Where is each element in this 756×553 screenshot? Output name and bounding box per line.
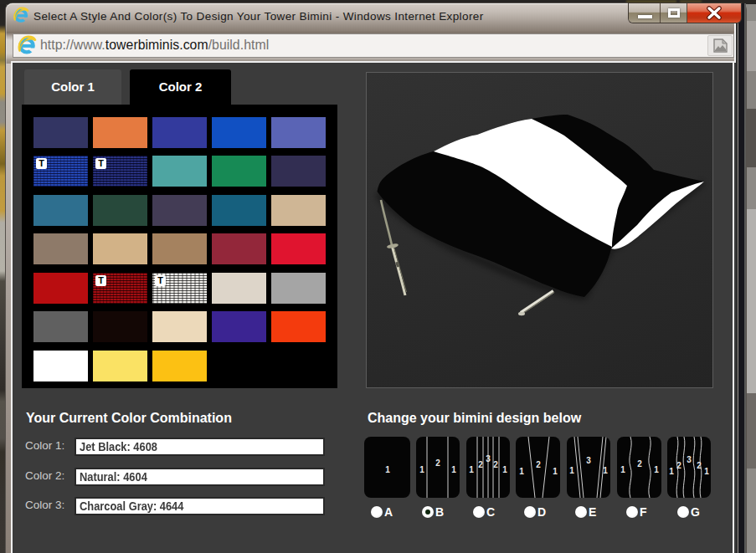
svg-text:1: 1 <box>669 467 674 476</box>
svg-text:1: 1 <box>620 465 625 474</box>
svg-text:1: 1 <box>419 465 424 474</box>
svg-text:1: 1 <box>385 465 390 474</box>
svg-text:3: 3 <box>486 454 491 463</box>
svg-text:1: 1 <box>569 466 574 475</box>
svg-text:1: 1 <box>469 465 474 474</box>
svg-text:1: 1 <box>451 465 456 474</box>
svg-text:2: 2 <box>435 458 440 468</box>
svg-text:1: 1 <box>704 467 709 476</box>
svg-text:2: 2 <box>697 461 702 470</box>
svg-text:1: 1 <box>603 466 608 475</box>
svg-text:1: 1 <box>654 465 659 474</box>
svg-text:1: 1 <box>502 465 507 474</box>
svg-text:2: 2 <box>493 460 498 469</box>
svg-text:1: 1 <box>519 467 524 476</box>
svg-text:1: 1 <box>553 467 558 476</box>
svg-text:2: 2 <box>478 460 483 469</box>
svg-text:2: 2 <box>676 461 681 470</box>
svg-text:3: 3 <box>687 455 692 464</box>
svg-text:2: 2 <box>637 459 642 469</box>
svg-text:3: 3 <box>586 456 591 465</box>
svg-text:2: 2 <box>536 460 541 469</box>
